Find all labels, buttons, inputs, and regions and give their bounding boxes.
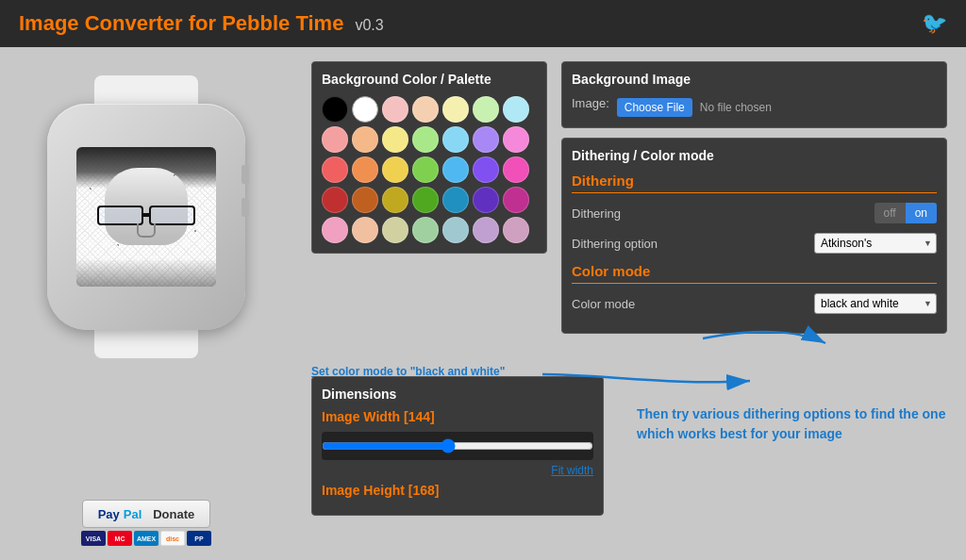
bg-color-panel: Background Color / Palette: [311, 61, 547, 254]
dithering-panel-title: Dithering / Color mode: [572, 148, 937, 163]
dithering-option-select[interactable]: Atkinson's Floyd-Steinberg Ordered: [814, 233, 937, 254]
color-mode-select-wrapper[interactable]: black and white 64 colors grayscale: [814, 293, 937, 314]
choose-file-button[interactable]: Choose File: [617, 98, 692, 117]
color-s4[interactable]: [412, 96, 439, 123]
header: Image Converter for Pebble Time v0.3 🐦: [0, 0, 966, 47]
donate-button[interactable]: PayPal Donate: [82, 500, 211, 528]
twitter-icon[interactable]: 🐦: [922, 11, 947, 36]
color-s5[interactable]: [442, 96, 469, 123]
color-r4c7[interactable]: [503, 187, 529, 213]
color-r5c6[interactable]: [473, 217, 499, 243]
color-r2c7[interactable]: [503, 126, 529, 153]
color-r4c5[interactable]: [442, 187, 469, 213]
color-mode-label: Color mode: [572, 297, 635, 311]
dithering-option-label: Dithering option: [572, 237, 658, 251]
color-black[interactable]: [322, 96, 348, 123]
color-r2c4[interactable]: [412, 126, 439, 153]
watch-button-top: [242, 165, 249, 184]
color-s7[interactable]: [503, 96, 529, 123]
dithering-subtitle: Dithering: [572, 173, 937, 193]
content-panel: Background Color / Palette: [292, 47, 966, 560]
watch-display: [33, 75, 259, 349]
color-r5c3[interactable]: [382, 217, 408, 243]
color-mode-subtitle: Color mode: [572, 263, 937, 284]
image-width-label: Image Width [144]: [322, 409, 593, 424]
visa-icon: VISA: [81, 531, 106, 546]
bg-image-panel: Background Image Image: Choose File No f…: [561, 61, 947, 128]
color-r3c6[interactable]: [473, 156, 499, 183]
color-r3c1[interactable]: [322, 156, 348, 183]
main-layout: PayPal Donate VISA MC AMEX disc PP Backg…: [0, 47, 966, 560]
dithering-toggle[interactable]: off on: [874, 203, 937, 223]
annotation-text: Then try various dithering options to fi…: [637, 404, 947, 444]
payment-card-icons: VISA MC AMEX disc PP: [81, 531, 211, 546]
color-mode-select[interactable]: black and white 64 colors grayscale: [814, 293, 937, 314]
color-s3[interactable]: [382, 96, 408, 123]
dimensions-panel: Dimensions Image Width [144] Fit width I…: [311, 376, 604, 516]
color-r3c2[interactable]: [352, 156, 378, 183]
color-r4c4[interactable]: [412, 187, 439, 213]
color-r5c1[interactable]: [322, 217, 348, 243]
color-s6[interactable]: [473, 96, 499, 123]
dithering-on-btn[interactable]: on: [906, 203, 937, 223]
color-r4c2[interactable]: [352, 187, 378, 213]
color-r3c4[interactable]: [412, 156, 439, 183]
dithering-label: Dithering: [572, 206, 621, 221]
color-r4c3[interactable]: [382, 187, 408, 213]
color-r5c2[interactable]: [352, 217, 378, 243]
discover-icon: disc: [160, 531, 185, 546]
color-r4c1[interactable]: [322, 187, 348, 213]
color-r2c2[interactable]: [352, 126, 378, 153]
top-section: Background Color / Palette: [311, 61, 947, 334]
color-r2c1[interactable]: [322, 126, 348, 153]
paypal-icon: PP: [187, 531, 211, 546]
dimensions-title: Dimensions: [322, 387, 593, 402]
color-r3c3[interactable]: [382, 156, 408, 183]
mastercard-icon: MC: [108, 531, 132, 546]
fit-width-link[interactable]: Fit width: [322, 464, 593, 477]
color-r5c5[interactable]: [442, 217, 469, 243]
color-r5c7[interactable]: [503, 217, 529, 243]
annotation-area: Then try various dithering options to fi…: [618, 376, 947, 489]
color-r2c3[interactable]: [382, 126, 408, 153]
dithering-option-select-wrapper[interactable]: Atkinson's Floyd-Steinberg Ordered: [814, 233, 937, 254]
image-label: Image:: [572, 96, 609, 110]
dithering-option-row: Dithering option Atkinson's Floyd-Steinb…: [572, 233, 937, 254]
app-version: v0.3: [355, 17, 383, 34]
color-r5c4[interactable]: [412, 217, 439, 243]
no-file-text: No file chosen: [700, 101, 772, 114]
color-mode-row: Color mode black and white 64 colors gra…: [572, 293, 937, 314]
image-width-slider[interactable]: [322, 432, 593, 460]
color-r3c5[interactable]: [442, 156, 469, 183]
bottom-row: Dimensions Image Width [144] Fit width I…: [311, 376, 947, 516]
dithering-off-btn[interactable]: off: [874, 203, 906, 223]
file-input-row: Image: Choose File No file chosen: [572, 96, 937, 118]
image-height-label: Image Height [168]: [322, 483, 593, 498]
bg-color-title: Background Color / Palette: [322, 72, 537, 87]
watch-body: [47, 104, 245, 330]
donate-section: PayPal Donate VISA MC AMEX disc PP: [81, 500, 211, 546]
color-r4c6[interactable]: [473, 187, 499, 213]
color-r2c6[interactable]: [473, 126, 499, 153]
dithering-toggle-row: Dithering off on: [572, 203, 937, 223]
color-r3c7[interactable]: [503, 156, 529, 183]
color-r2c5[interactable]: [442, 126, 469, 153]
color-grid: [322, 96, 537, 243]
watch-screen: [76, 147, 216, 287]
dithering-panel: Dithering / Color mode Dithering Ditheri…: [561, 138, 947, 334]
amex-icon: AMEX: [134, 531, 158, 546]
app-title: Image Converter for Pebble Time: [19, 11, 343, 36]
right-panels: Background Image Image: Choose File No f…: [561, 61, 947, 334]
bg-image-title: Background Image: [572, 72, 937, 87]
watch-button-bottom: [242, 198, 249, 217]
watch-panel: PayPal Donate VISA MC AMEX disc PP: [0, 47, 292, 560]
color-white[interactable]: [352, 96, 378, 123]
image-width-slider-container: [322, 432, 593, 460]
donate-label: Donate: [153, 507, 194, 521]
